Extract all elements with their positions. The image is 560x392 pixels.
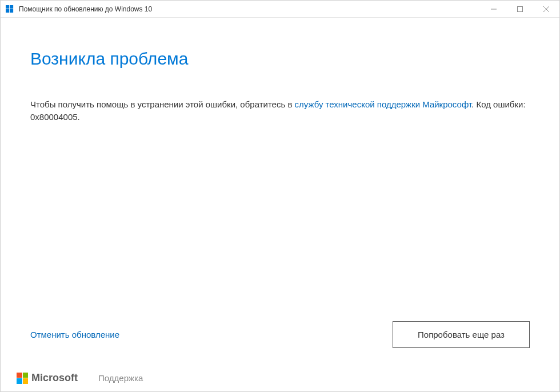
svg-rect-1 (10, 5, 13, 9)
retry-button[interactable]: Попробовать еще раз (393, 321, 530, 348)
svg-rect-5 (518, 6, 523, 11)
support-link-inline[interactable]: службу технической поддержки Майкрософт (295, 99, 472, 109)
content-area: Возникла проблема Чтобы получить помощь … (1, 18, 559, 364)
microsoft-logo: Microsoft (17, 372, 78, 384)
titlebar: Помощник по обновлению до Windows 10 (1, 1, 559, 18)
windows-logo-icon (5, 5, 14, 14)
svg-rect-0 (6, 5, 9, 9)
window-title: Помощник по обновлению до Windows 10 (19, 5, 481, 13)
maximize-button[interactable] (507, 1, 533, 17)
page-heading: Возникла проблема (30, 49, 530, 69)
window-controls (481, 1, 559, 17)
footer-support-link[interactable]: Поддержка (98, 373, 143, 383)
microsoft-logo-icon (17, 373, 28, 384)
svg-rect-3 (10, 9, 13, 13)
error-message: Чтобы получить помощь в устранении этой … (30, 98, 530, 123)
microsoft-logo-text: Microsoft (31, 372, 78, 384)
footer: Microsoft Поддержка (1, 364, 559, 391)
svg-rect-2 (6, 9, 9, 13)
minimize-button[interactable] (481, 1, 507, 17)
message-text-before: Чтобы получить помощь в устранении этой … (30, 99, 295, 109)
close-button[interactable] (533, 1, 559, 17)
cancel-update-link[interactable]: Отменить обновление (30, 330, 119, 339)
action-row: Отменить обновление Попробовать еще раз (30, 321, 530, 348)
